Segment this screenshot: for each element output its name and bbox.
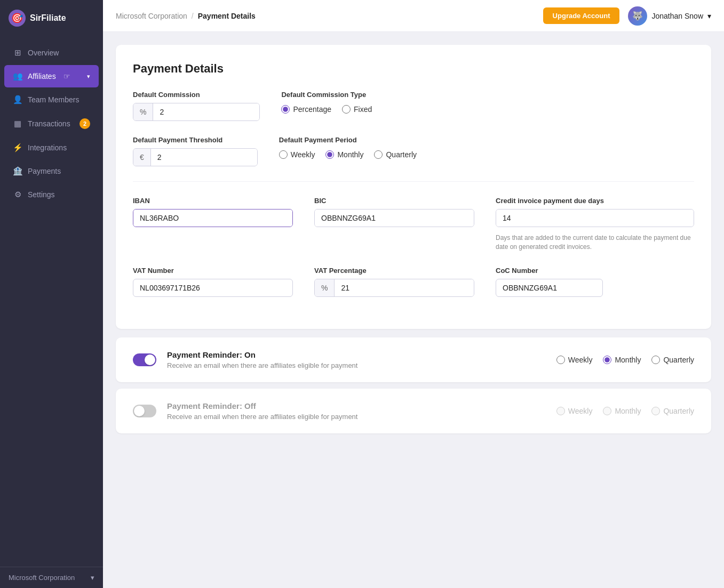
sidebar-item-transactions[interactable]: ▦ Transactions 2 [4,112,99,135]
bic-label: BIC [314,197,474,205]
sidebar-label-payments: Payments [28,167,61,175]
commission-type-percentage-radio[interactable] [281,105,290,114]
reminder-off-monthly: Monthly [603,407,641,415]
period-monthly-radio[interactable] [325,150,334,159]
period-weekly-radio[interactable] [279,150,288,159]
breadcrumb: Microsoft Corporation / Payment Details [116,12,256,20]
main-content: Microsoft Corporation / Payment Details … [103,0,724,588]
bic-input[interactable] [315,210,474,227]
period-quarterly-label: Quarterly [386,150,417,159]
transactions-icon: ▦ [13,119,22,128]
reminder-on-toggle[interactable] [133,353,156,366]
payment-period-label: Default Payment Period [279,136,417,144]
sidebar-nav: ⊞ Overview 👥 Affiliates ☞ ▾ 👤 Team Membe… [0,36,103,567]
header: Microsoft Corporation / Payment Details … [103,0,724,32]
commission-input[interactable] [153,103,259,120]
reminder-on-quarterly[interactable]: Quarterly [651,356,694,364]
sidebar-item-settings[interactable]: ⚙ Settings [4,183,99,206]
form-group-commission-type: Default Commission Type Percentage Fixed [281,91,388,121]
sidebar-item-affiliates[interactable]: 👥 Affiliates ☞ ▾ [4,65,99,87]
reminder-off-quarterly-label: Quarterly [663,407,694,415]
avatar-image: 🐺 [628,6,647,26]
app-logo[interactable]: 🎯 SirFiliate [0,0,103,36]
reminder-off-quarterly: Quarterly [651,407,694,415]
period-monthly[interactable]: Monthly [325,150,363,159]
reminder-off-toggle[interactable] [133,405,156,417]
vat-percentage-input[interactable] [335,279,474,296]
sidebar-label-affiliates: Affiliates [28,72,56,80]
reminder-off-info: Payment Reminder: Off Receive an email w… [167,401,546,421]
affiliates-icon: 👥 [13,71,22,81]
commission-type-percentage-label: Percentage [293,105,331,114]
reminder-card-on: Payment Reminder: On Receive an email wh… [116,337,711,382]
form-row-threshold: Default Payment Threshold € Default Paym… [133,136,694,166]
credit-invoice-input[interactable] [496,210,694,227]
period-monthly-label: Monthly [337,150,363,159]
company-name: Microsoft Corporation [9,574,75,582]
period-quarterly-radio[interactable] [374,150,383,159]
threshold-input[interactable] [151,149,257,166]
form-group-commission: Default Commission % [133,91,260,121]
toggle-off-knob [134,406,145,416]
reminder-off-desc: Receive an email when there are affiliat… [167,413,546,421]
sidebar-label-transactions: Transactions [28,119,70,128]
overview-icon: ⊞ [13,48,22,58]
period-quarterly[interactable]: Quarterly [374,150,417,159]
vat-number-input[interactable] [133,279,293,297]
commission-label: Default Commission [133,91,260,99]
user-menu[interactable]: 🐺 Jonathan Snow ▾ [628,6,711,26]
breadcrumb-parent[interactable]: Microsoft Corporation [116,12,187,20]
reminder-on-weekly[interactable]: Weekly [556,356,593,364]
commission-type-fixed-radio[interactable] [342,105,351,114]
vat-percentage-prefix: % [315,279,335,296]
form-row-vat: VAT Number VAT Percentage % CoC Number [133,267,694,297]
sidebar-item-integrations[interactable]: ⚡ Integrations [4,136,99,159]
reminder-off-monthly-label: Monthly [615,407,641,415]
commission-type-label: Default Commission Type [281,91,388,99]
period-weekly[interactable]: Weekly [279,150,315,159]
reminder-on-quarterly-radio[interactable] [651,356,660,364]
reminder-on-quarterly-label: Quarterly [663,356,694,364]
coc-number-input[interactable] [496,279,603,297]
avatar: 🐺 [628,6,647,26]
reminder-on-weekly-radio[interactable] [556,356,565,364]
toggle-on-slider [133,353,156,366]
payment-period-radio-group: Weekly Monthly Quarterly [279,148,417,159]
form-group-threshold: Default Payment Threshold € [133,136,258,166]
form-group-vat-number: VAT Number [133,267,293,297]
reminder-on-info: Payment Reminder: On Receive an email wh… [167,350,546,369]
reminder-on-title: Payment Reminder: On [167,350,546,359]
toggle-on-knob [145,355,155,365]
sidebar-label-settings: Settings [28,190,55,199]
sidebar-item-payments[interactable]: 🏦 Payments [4,160,99,182]
threshold-input-wrapper: € [133,148,258,166]
commission-type-fixed[interactable]: Fixed [342,105,372,114]
period-weekly-label: Weekly [291,150,315,159]
upgrade-account-button[interactable]: Upgrade Account [543,7,620,24]
settings-icon: ⚙ [13,190,22,199]
threshold-label: Default Payment Threshold [133,136,258,144]
credit-invoice-input-wrapper [496,209,694,227]
credit-invoice-hint: Days that are added to the current date … [496,233,694,252]
sidebar: 🎯 SirFiliate ⊞ Overview 👥 Affiliates ☞ ▾… [0,0,103,588]
form-group-bic: BIC [314,197,474,252]
sidebar-item-overview[interactable]: ⊞ Overview [4,42,99,64]
iban-input-wrapper [133,209,293,227]
payment-details-card: Payment Details Default Commission % Def… [116,45,711,329]
vat-percentage-input-wrapper: % [314,279,474,297]
user-name: Jonathan Snow [651,12,703,20]
page-title: Payment Details [133,62,694,76]
sidebar-footer[interactable]: Microsoft Corporation ▾ [0,567,103,588]
coc-number-label: CoC Number [496,267,603,275]
commission-type-percentage[interactable]: Percentage [281,105,331,114]
iban-input[interactable] [133,210,292,227]
form-group-vat-percentage: VAT Percentage % [314,267,474,297]
reminder-on-monthly-radio[interactable] [603,356,611,364]
form-group-coc-number: CoC Number [496,267,603,297]
content-area: Payment Details Default Commission % Def… [103,32,724,588]
reminder-on-monthly[interactable]: Monthly [603,356,641,364]
reminder-on-weekly-label: Weekly [568,356,593,364]
transactions-badge: 2 [79,118,90,129]
reminder-card-off: Payment Reminder: Off Receive an email w… [116,389,711,433]
sidebar-item-team-members[interactable]: 👤 Team Members [4,88,99,111]
